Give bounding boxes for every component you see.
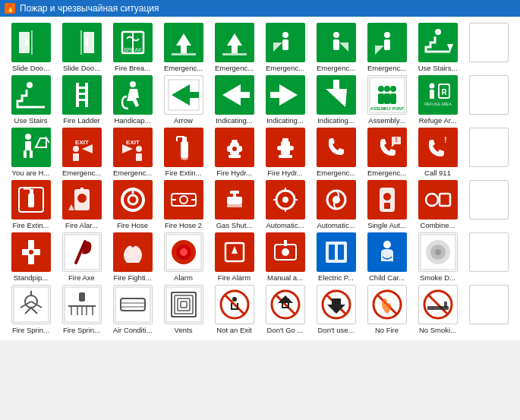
list-item[interactable]	[464, 23, 513, 72]
fire-alarm-icon	[62, 180, 102, 219]
row5-end-icon	[469, 232, 509, 272]
list-item[interactable]: Emergenc...	[210, 23, 259, 72]
emergency-4-icon	[317, 23, 356, 62]
list-item[interactable]: Fire Ladder	[57, 75, 106, 125]
list-item[interactable]: No Smoki...	[413, 285, 462, 334]
svg-point-23	[333, 32, 339, 38]
list-item[interactable]: Fire Alarm	[210, 232, 259, 282]
svg-rect-102	[318, 129, 355, 166]
svg-point-27	[384, 32, 390, 38]
list-item[interactable]: Indicating...	[210, 75, 259, 125]
list-item[interactable]: Fire Sprin...	[6, 285, 55, 334]
list-item[interactable]: Indicating...	[311, 75, 361, 125]
svg-rect-146	[384, 203, 390, 209]
emergency-2-label: Emergenc...	[210, 64, 258, 72]
list-item[interactable]: Fire Hydr...	[260, 128, 310, 177]
list-item[interactable]: Vents	[159, 285, 208, 334]
emergency-5-icon	[367, 23, 407, 62]
list-item[interactable]: Not an Exit	[210, 285, 259, 334]
handicap-icon	[113, 75, 153, 115]
emergency-phone1-icon	[317, 128, 356, 167]
list-item[interactable]: Emergenc...	[362, 23, 411, 72]
list-item[interactable]: Emergenc...	[311, 23, 361, 72]
list-item[interactable]	[464, 285, 513, 334]
svg-rect-75	[64, 129, 100, 166]
list-item[interactable]: RREFUGE AREARefuge Ar...	[413, 75, 462, 125]
svg-text:EXIT: EXIT	[75, 139, 89, 146]
list-item[interactable]: Fire Hydr...	[210, 128, 259, 177]
list-item[interactable]	[464, 232, 513, 282]
list-item[interactable]: BREAKFire Brea...	[108, 23, 157, 72]
smoke-detector-icon	[418, 232, 458, 272]
list-item[interactable]: Fire Axe	[57, 232, 106, 282]
indicating-1-label: Indicating...	[210, 116, 258, 125]
list-item[interactable]: Emergenc...	[260, 23, 310, 72]
list-item[interactable]: Fire Sprin...	[57, 285, 106, 334]
list-item[interactable]: Alarm	[159, 232, 208, 282]
single-auto-icon	[367, 180, 407, 219]
list-item[interactable]: Child Car...	[362, 232, 411, 282]
svg-rect-59	[384, 93, 390, 104]
fire-axe-label: Fire Axe	[58, 273, 106, 282]
svg-rect-119	[115, 182, 151, 218]
list-item[interactable]: Emergenc...	[311, 128, 361, 177]
list-item[interactable]: Electric P...	[311, 232, 361, 282]
list-item[interactable]: Automatic...	[311, 180, 361, 229]
list-item[interactable]	[464, 128, 513, 177]
list-item[interactable]: Indicating...	[260, 75, 310, 125]
list-item[interactable]: Slide Doo...	[57, 23, 106, 72]
list-item[interactable]: Fire Extin...	[159, 128, 208, 177]
fire-hose-icon	[113, 180, 153, 219]
list-item[interactable]: Combine...	[413, 180, 462, 229]
list-item[interactable]: Handicap...	[108, 75, 157, 125]
emergency-phone2-label: Emergenc...	[363, 169, 411, 177]
list-item[interactable]: Fire Extin...	[6, 180, 55, 229]
list-item[interactable]: Use Stairs	[6, 75, 55, 125]
list-item[interactable]: Gas Shut...	[210, 180, 259, 229]
list-item[interactable]: Don't use...	[311, 285, 361, 334]
use-stairs-up-icon	[418, 23, 458, 62]
fire-hose2-icon	[164, 180, 203, 219]
list-item[interactable]: ASSEMBLY POINTAssembly...	[362, 75, 411, 125]
list-item[interactable]: Use Stairs...	[413, 23, 462, 72]
list-item[interactable]: Slide Doo...	[6, 23, 55, 72]
list-item[interactable]: Arrow	[159, 75, 208, 125]
svg-rect-101	[279, 155, 292, 158]
list-item[interactable]: Fire Hose	[108, 180, 157, 229]
list-item[interactable]: Fire Alar...	[57, 180, 106, 229]
emergency-3-label: Emergenc...	[261, 64, 309, 72]
list-item[interactable]: No Fire	[362, 285, 411, 334]
list-item[interactable]: Single Aut...	[362, 180, 411, 229]
list-item[interactable]: Manual a...	[260, 232, 310, 282]
list-item[interactable]: Fire Hose 2	[159, 180, 208, 229]
list-item[interactable]: Smoke D...	[413, 232, 462, 282]
list-item[interactable]: Standpip...	[6, 232, 55, 282]
svg-text:EXIT: EXIT	[126, 139, 140, 146]
list-item[interactable]: You are H...	[6, 128, 55, 177]
list-item[interactable]	[464, 180, 513, 229]
emergency-4-label: Emergenc...	[312, 64, 360, 72]
air-conditioning-icon	[113, 285, 153, 324]
list-item[interactable]: EXITEmergenc...	[57, 128, 106, 177]
list-item[interactable]: Automatic...	[260, 180, 310, 229]
list-item[interactable]: Emergenc...	[159, 23, 208, 72]
list-item[interactable]: !Emergenc...	[362, 128, 411, 177]
svg-point-77	[73, 146, 79, 152]
fire-alarm-label: Fire Alar...	[58, 221, 106, 229]
svg-rect-131	[230, 191, 239, 194]
list-item[interactable]: Air Conditi...	[108, 285, 157, 334]
list-item[interactable]: !Call 911	[413, 128, 462, 177]
svg-point-90	[181, 156, 188, 160]
list-item[interactable]: EXITEmergenc...	[108, 128, 157, 177]
svg-point-31	[435, 29, 441, 35]
fire-break-icon: BREAK	[113, 23, 153, 62]
svg-rect-103	[369, 129, 405, 166]
list-item[interactable]	[464, 75, 513, 125]
emergency-1-icon	[164, 23, 203, 62]
list-item[interactable]: Don't Go ...	[260, 285, 310, 334]
fire-hydrant1-icon	[215, 128, 254, 167]
emergency-exit1-label: Emergenc...	[58, 169, 106, 177]
svg-rect-33	[471, 24, 507, 61]
list-item[interactable]: Fire Fighti...	[108, 232, 157, 282]
svg-rect-174	[338, 245, 344, 260]
